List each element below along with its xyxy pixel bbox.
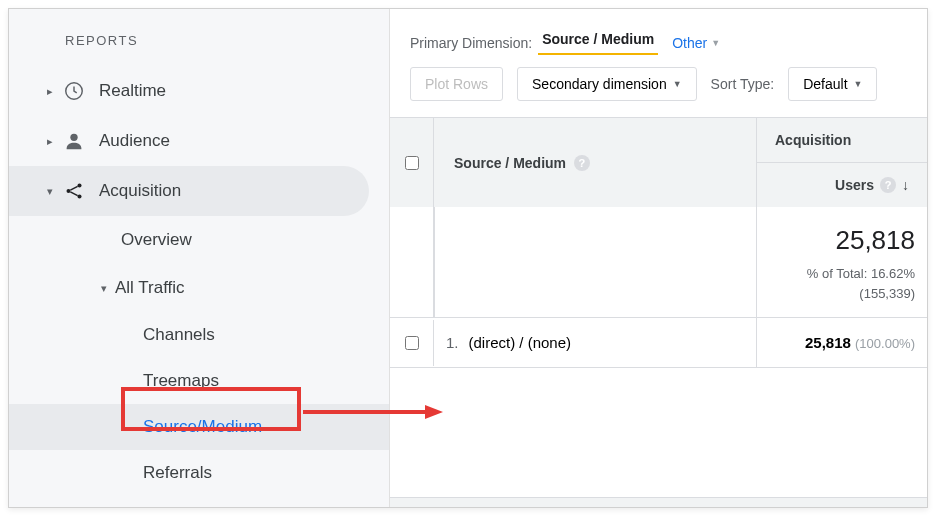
submenu-item-overview[interactable]: Overview (121, 216, 389, 264)
data-table: Source / Medium ? Acquisition Users ? ↓ … (390, 117, 927, 507)
sort-type-value: Default (803, 76, 847, 92)
pct-of-total-label: % of Total: (807, 266, 867, 281)
subsubmenu-item-treemaps[interactable]: Treemaps (143, 358, 389, 404)
sidebar-item-realtime[interactable]: ▸ Realtime (9, 66, 389, 116)
sidebar-item-label: Acquisition (99, 181, 181, 201)
acquisition-submenu: Overview All Traffic Channels Treemaps S… (9, 216, 389, 496)
chevron-down-icon: ▼ (854, 79, 863, 89)
sidebar-item-audience[interactable]: ▸ Audience (9, 116, 389, 166)
main-panel: Primary Dimension: Source / Medium Other… (389, 9, 927, 507)
plot-rows-button[interactable]: Plot Rows (410, 67, 503, 101)
primary-dimension-label: Primary Dimension: (410, 35, 532, 51)
sort-type-dropdown[interactable]: Default ▼ (788, 67, 877, 101)
column-group-acquisition-label: Acquisition (757, 118, 927, 163)
clock-icon (57, 80, 91, 102)
chevron-down-icon: ▼ (673, 79, 682, 89)
column-header-users[interactable]: Users ? ↓ (757, 163, 927, 207)
totals-users-cell: 25,818 % of Total: 16.62% (155,339) (757, 207, 927, 317)
subsubmenu-item-source-medium[interactable]: Source/Medium (8, 404, 389, 450)
totals-empty-cell (390, 207, 434, 317)
pct-of-total-value: 16.62% (871, 266, 915, 281)
sort-desc-icon: ↓ (902, 177, 909, 193)
sidebar-item-label: Audience (99, 131, 170, 151)
share-icon (57, 180, 91, 202)
table-totals-row: 25,818 % of Total: 16.62% (155,339) (390, 207, 927, 318)
chevron-down-icon: ▾ (43, 185, 57, 198)
table-row: 1. (direct) / (none) 25,818 (100.00%) (390, 318, 927, 368)
primary-dimension-bar: Primary Dimension: Source / Medium Other… (390, 9, 927, 67)
person-icon (57, 130, 91, 152)
row-source-medium-cell[interactable]: 1. (direct) / (none) (434, 318, 757, 367)
sort-type-label: Sort Type: (711, 76, 775, 92)
select-all-checkbox-cell (390, 118, 434, 207)
row-rank: 1. (446, 334, 459, 351)
row-users-cell: 25,818 (100.00%) (757, 318, 927, 367)
secondary-dimension-dropdown[interactable]: Secondary dimension ▼ (517, 67, 697, 101)
row-users-pct: (100.00%) (855, 336, 915, 351)
submenu-item-all-traffic[interactable]: All Traffic (121, 264, 389, 312)
primary-dimension-other[interactable]: Other ▼ (672, 35, 720, 51)
primary-dimension-source-medium[interactable]: Source / Medium (538, 31, 658, 55)
sidebar: REPORTS ▸ Realtime ▸ Audience ▾ Acquisit… (9, 9, 389, 507)
column-header-users-label: Users (835, 177, 874, 193)
horizontal-scrollbar-track[interactable] (390, 497, 927, 507)
secondary-dimension-label: Secondary dimension (532, 76, 667, 92)
row-users-value: 25,818 (805, 334, 851, 351)
chevron-right-icon: ▸ (43, 85, 57, 98)
table-header-row: Source / Medium ? Acquisition Users ? ↓ (390, 118, 927, 207)
subsubmenu-item-referrals[interactable]: Referrals (143, 450, 389, 496)
chevron-down-icon: ▼ (711, 38, 720, 48)
column-header-label: Source / Medium (454, 155, 566, 171)
svg-point-4 (77, 194, 81, 198)
help-icon[interactable]: ? (574, 155, 590, 171)
totals-empty-cell (434, 207, 757, 317)
svg-point-3 (77, 183, 81, 187)
row-source-medium: (direct) / (none) (469, 334, 572, 351)
svg-point-1 (70, 134, 77, 141)
sidebar-item-label: Realtime (99, 81, 166, 101)
row-checkbox-cell (390, 320, 434, 366)
row-checkbox[interactable] (405, 336, 419, 350)
select-all-checkbox[interactable] (405, 156, 419, 170)
other-label: Other (672, 35, 707, 51)
all-traffic-submenu: Channels Treemaps Source/Medium Referral… (121, 312, 389, 496)
svg-point-2 (66, 189, 70, 193)
total-users-value: 25,818 (769, 221, 915, 260)
reports-section-label: REPORTS (9, 33, 389, 48)
grand-total: (155,339) (859, 286, 915, 301)
column-group-acquisition: Acquisition Users ? ↓ (757, 118, 927, 207)
controls-bar: Plot Rows Secondary dimension ▼ Sort Typ… (390, 67, 927, 117)
column-header-source-medium[interactable]: Source / Medium ? (434, 118, 757, 207)
help-icon[interactable]: ? (880, 177, 896, 193)
subsubmenu-item-channels[interactable]: Channels (143, 312, 389, 358)
sidebar-item-acquisition[interactable]: ▾ Acquisition (9, 166, 369, 216)
chevron-right-icon: ▸ (43, 135, 57, 148)
